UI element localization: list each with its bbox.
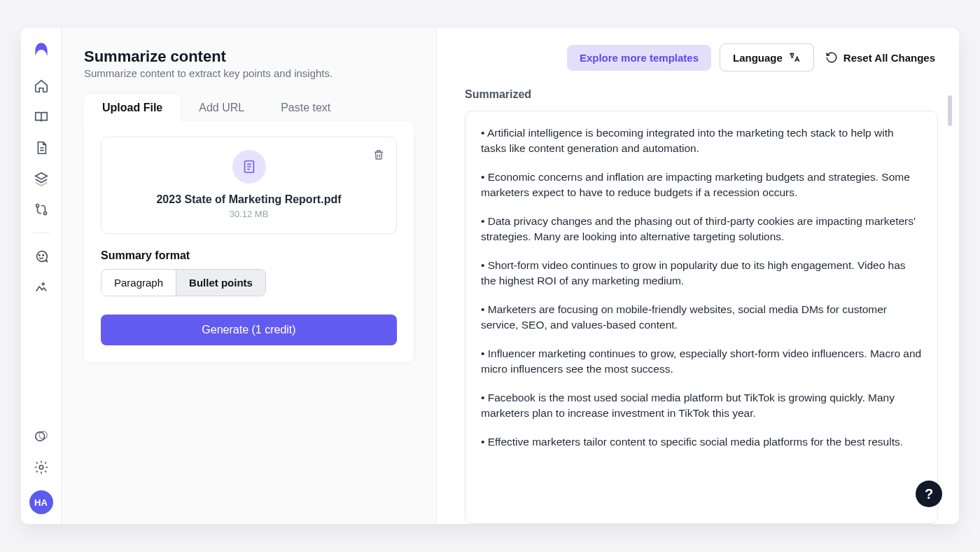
uploaded-file-card: 2023 State of Marketing Report.pdf 30.12… bbox=[101, 137, 397, 234]
output-header: Explore more templates Language Reset Al… bbox=[461, 43, 938, 71]
svg-point-0 bbox=[36, 204, 38, 207]
result-title: Summarized bbox=[465, 88, 938, 101]
scrollbar-thumb[interactable] bbox=[948, 95, 952, 126]
format-option-paragraph[interactable]: Paragraph bbox=[102, 270, 176, 296]
sidebar-divider bbox=[33, 233, 50, 233]
summary-format-label: Summary format bbox=[101, 249, 397, 262]
book-icon[interactable] bbox=[34, 109, 49, 125]
summary-bullet: • Economic concerns and inflation are im… bbox=[481, 170, 922, 201]
circle-icon[interactable] bbox=[34, 429, 49, 444]
summary-format-toggle: Paragraph Bullet points bbox=[101, 269, 266, 296]
tab-paste-text[interactable]: Paste text bbox=[262, 95, 349, 121]
language-button[interactable]: Language bbox=[720, 43, 814, 71]
input-panel: Summarize content Summarize content to e… bbox=[62, 28, 437, 524]
layers-icon[interactable] bbox=[34, 171, 49, 186]
tab-add-url[interactable]: Add URL bbox=[181, 95, 262, 121]
input-card: 2023 State of Marketing Report.pdf 30.12… bbox=[84, 121, 414, 362]
sidebar: HA bbox=[21, 28, 62, 524]
summary-output[interactable]: • Artificial intelligence is becoming in… bbox=[465, 111, 938, 524]
file-size: 30.12 MB bbox=[230, 209, 269, 219]
reset-button-label: Reset All Changes bbox=[844, 52, 935, 64]
summary-bullet: • Facebook is the most used social media… bbox=[481, 390, 922, 422]
user-avatar[interactable]: HA bbox=[29, 490, 53, 514]
app-window: HA Summarize content Summarize content t… bbox=[21, 28, 959, 524]
app-logo-icon[interactable] bbox=[32, 41, 50, 59]
trash-icon bbox=[372, 149, 385, 161]
output-panel: Explore more templates Language Reset Al… bbox=[437, 28, 959, 524]
git-compare-icon[interactable] bbox=[34, 202, 49, 217]
svg-point-2 bbox=[38, 254, 39, 255]
page-subtitle: Summarize content to extract key points … bbox=[84, 67, 414, 79]
svg-point-3 bbox=[43, 254, 43, 255]
svg-point-4 bbox=[42, 283, 44, 285]
generate-button[interactable]: Generate (1 credit) bbox=[101, 315, 397, 345]
result-section: Summarized • Artificial intelligence is … bbox=[461, 88, 938, 524]
tab-upload-file[interactable]: Upload File bbox=[84, 95, 181, 121]
svg-point-6 bbox=[39, 432, 47, 439]
image-icon[interactable] bbox=[34, 280, 49, 295]
explore-templates-button[interactable]: Explore more templates bbox=[567, 45, 711, 71]
input-tabs: Upload File Add URL Paste text bbox=[84, 95, 414, 121]
format-option-bullets[interactable]: Bullet points bbox=[176, 270, 265, 296]
document-icon[interactable] bbox=[34, 140, 49, 156]
summary-bullet: • Data privacy changes and the phasing o… bbox=[481, 214, 922, 245]
delete-file-button[interactable] bbox=[371, 147, 386, 163]
translate-icon bbox=[788, 51, 801, 64]
summary-bullet: • Marketers are focusing on mobile-frien… bbox=[481, 302, 922, 333]
settings-gear-icon[interactable] bbox=[34, 460, 49, 475]
main-content: Summarize content Summarize content to e… bbox=[62, 28, 959, 524]
file-type-icon bbox=[232, 150, 266, 184]
home-icon[interactable] bbox=[34, 78, 49, 94]
help-button[interactable]: ? bbox=[916, 481, 942, 507]
svg-point-7 bbox=[39, 465, 43, 469]
language-button-label: Language bbox=[733, 52, 783, 64]
summary-bullet: • Influencer marketing continues to grow… bbox=[481, 346, 922, 378]
reset-icon bbox=[825, 51, 838, 64]
summary-bullet: • Artificial intelligence is becoming in… bbox=[481, 125, 922, 157]
summary-bullet: • Short-form video continues to grow in … bbox=[481, 258, 922, 289]
svg-point-1 bbox=[43, 212, 46, 214]
chat-smile-icon[interactable] bbox=[34, 249, 49, 264]
summary-bullet: • Effective marketers tailor content to … bbox=[481, 434, 922, 450]
file-name: 2023 State of Marketing Report.pdf bbox=[156, 193, 341, 206]
page-title: Summarize content bbox=[84, 48, 414, 66]
reset-changes-button[interactable]: Reset All Changes bbox=[822, 47, 938, 68]
